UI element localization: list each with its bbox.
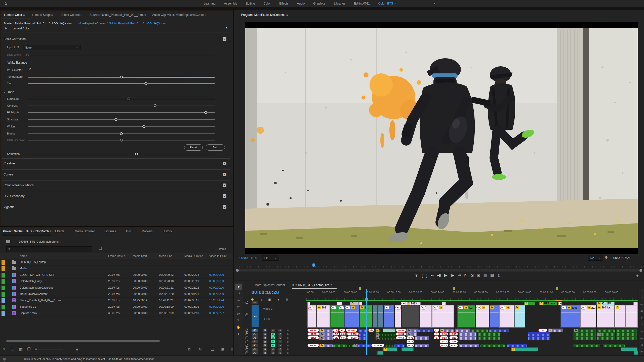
opacity-rubber-band[interactable] — [432, 312, 454, 312]
slider-shadows[interactable] — [28, 119, 215, 120]
column-header-video-in-point[interactable]: Video In Point — [209, 254, 226, 257]
slider-handle-highlights[interactable] — [204, 111, 207, 114]
program-ruler[interactable] — [234, 263, 644, 267]
close-icon[interactable]: × — [292, 283, 294, 287]
timeline-clip-v2[interactable]: fx901.21V — [596, 302, 615, 305]
expand-chevron-icon[interactable]: › — [8, 266, 9, 269]
column-header-media-end[interactable]: Media End — [159, 254, 172, 257]
table-row[interactable]: Nvidia_Paintball_Roll_02__3.mov29.97 fps… — [0, 297, 233, 304]
opacity-rubber-band[interactable] — [338, 312, 344, 312]
hand-tool[interactable]: ✋ — [235, 324, 242, 330]
audio-clip-a6[interactable] — [401, 347, 414, 351]
audio-clip-a1[interactable] — [471, 329, 488, 332]
audio-clip-a3[interactable] — [415, 336, 429, 340]
timeline-clip-v1[interactable] — [401, 305, 420, 328]
audio-clip-a3[interactable] — [616, 336, 637, 340]
audio-clip-a5[interactable] — [459, 344, 479, 347]
audio-clip-a3[interactable]: fx — [375, 336, 382, 340]
voiceover-record-icon[interactable] — [287, 348, 289, 350]
section-curves[interactable]: Curves — [4, 173, 13, 176]
track-target-a7[interactable]: A7 — [252, 351, 258, 354]
audio-clip-a5[interactable]: fx — [319, 344, 333, 347]
mute-button-a2[interactable]: M — [271, 333, 275, 336]
slider-handle-saturation[interactable] — [135, 153, 138, 155]
basic-correction-checkbox[interactable]: ✓ — [223, 37, 226, 41]
section-tone[interactable]: Tone — [8, 90, 14, 94]
slider-handle-blacks[interactable] — [120, 132, 123, 135]
slider-handle-temperature[interactable] — [120, 76, 123, 78]
audio-clip-a5[interactable] — [507, 344, 527, 347]
timeline-clip-v1[interactable]: +/- — [307, 305, 316, 328]
master-clip-selector[interactable]: Master * Nvidia_Paintball_Roll_01__3_LOG… — [4, 22, 75, 25]
snap-icon[interactable]: ∩ — [260, 298, 262, 301]
workspace-overflow-icon[interactable]: » — [433, 1, 435, 5]
source-patch-icon[interactable]: ▣ — [263, 340, 267, 343]
settings-wrench-icon[interactable]: ⚙ — [285, 298, 288, 301]
audio-clip-a1[interactable]: fx — [548, 329, 563, 332]
section-basic-correction[interactable]: Basic Correction — [4, 37, 26, 41]
sequence-clip-label[interactable]: MoreExplosiveContent * Nvidia_Paintball_… — [78, 22, 166, 25]
timeline-clip-v2[interactable] — [307, 302, 310, 305]
timeline-playhead[interactable] — [365, 298, 368, 301]
checkbox-color-wheels-match[interactable]: ✓ — [223, 184, 226, 187]
table-row[interactable]: Sequence 0129.97 fps00;00;00;0000;00;18;… — [0, 304, 233, 310]
audio-clip-a2[interactable] — [528, 332, 550, 336]
item-name[interactable]: Sequence 01 — [20, 305, 36, 308]
audio-clip-a1[interactable]: fx — [375, 329, 382, 332]
program-scroll-handle-left[interactable] — [236, 269, 239, 272]
slider-handle-hdr_white[interactable] — [26, 54, 29, 56]
slider-contrast[interactable] — [28, 106, 215, 106]
workspace-tab-learning[interactable]: Learning — [204, 2, 216, 5]
timeline-clip-v1[interactable]: +/-fx2035 — [580, 305, 596, 328]
label-color-chip[interactable] — [2, 305, 5, 309]
timeline-clip-v1[interactable]: +/-fx — [499, 305, 514, 328]
track-target-a6[interactable]: A6 — [252, 348, 258, 351]
mute-button-a7[interactable]: M — [271, 351, 275, 354]
timeline-clip-v1[interactable]: fx — [490, 305, 499, 328]
home-icon[interactable]: ⌂ — [5, 1, 7, 6]
slider-handle-hdr_specular[interactable] — [120, 139, 123, 142]
column-header-media-start[interactable]: Media Start — [133, 254, 147, 257]
project-panel-tab-idx4[interactable]: Info — [126, 230, 131, 233]
timeline-clip-v1[interactable] — [378, 305, 383, 328]
playback-resolution-dropdown[interactable]: 1/2 — [588, 255, 603, 261]
effect-collapse-caret-icon[interactable]: ⌄ — [85, 27, 87, 30]
timeline-clip-v2[interactable]: +/- — [401, 302, 406, 305]
selection-tool[interactable]: ➤ — [235, 284, 242, 290]
slider-exposure[interactable] — [28, 99, 215, 99]
audio-clip-a5[interactable] — [415, 344, 429, 347]
audio-clip-a3[interactable] — [459, 336, 476, 340]
keyframe-nav-icons[interactable]: ◀ ○ ▶ — [263, 317, 271, 321]
search-bin-icon[interactable]: ❏ — [99, 246, 102, 250]
timeline-clip-v2[interactable]: fx — [350, 302, 359, 305]
workspace-tab-editing0011[interactable]: Editing0011 — [354, 2, 370, 5]
item-name[interactable]: MoreExplosiveContent — [20, 292, 48, 295]
project-breadcrumb[interactable]: 990698_BTS_ColorMatch.prproj — [19, 240, 59, 243]
label-color-chip[interactable] — [2, 298, 5, 303]
step-forward-icon[interactable]: |▶ — [450, 273, 454, 278]
table-row[interactable]: MoreExplosiveContent29.97 fps00:00:00:00… — [0, 291, 233, 298]
timeline-clip-v1[interactable]: +/-fx — [344, 305, 359, 328]
step-back-icon[interactable]: ◀| — [437, 273, 441, 278]
input-lut-dropdown[interactable]: None — [23, 45, 80, 50]
opacity-rubber-band[interactable] — [561, 312, 580, 312]
panel-tab-idx1[interactable]: Lumetri Scopes — [32, 13, 53, 17]
workspace-tab-effects[interactable]: Effects — [279, 2, 288, 5]
track-lock-icon[interactable] — [246, 352, 248, 354]
source-patch-icon[interactable]: ▣ — [263, 333, 267, 336]
extract-icon[interactable]: ⇲ — [470, 273, 474, 278]
add-marker-icon[interactable]: ▼ — [415, 273, 418, 278]
audio-clip-a5[interactable] — [346, 344, 353, 347]
expand-chevron-icon[interactable]: › — [8, 260, 9, 263]
export-icon[interactable]: ↥ — [497, 273, 500, 278]
audio-clip-a1[interactable]: fx — [574, 329, 596, 332]
item-name[interactable]: Media — [20, 267, 27, 270]
audio-clip-a1[interactable] — [597, 329, 615, 332]
audio-clip-a1[interactable]: fx — [440, 329, 454, 332]
timeline-timecode[interactable]: 00:00:10:28 — [252, 290, 279, 295]
ripple-edit-tool[interactable]: ↔ — [235, 297, 242, 303]
table-row[interactable]: ›990698_BTS_Laptop — [0, 259, 233, 266]
program-scroll-handle-right[interactable] — [639, 269, 642, 272]
opacity-rubber-band[interactable] — [490, 312, 499, 312]
audio-clip-a1[interactable] — [383, 329, 395, 332]
